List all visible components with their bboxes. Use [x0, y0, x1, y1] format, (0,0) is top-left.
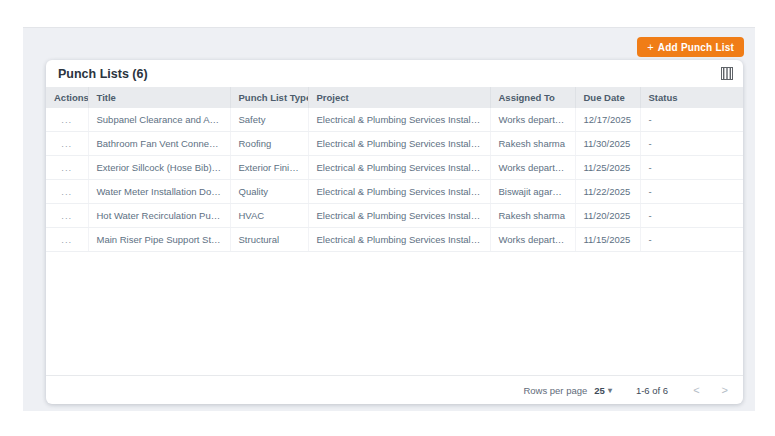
- column-header-punch-list-type: Punch List Type: [230, 87, 308, 108]
- row-punch-list-type: HVAC: [230, 204, 308, 228]
- table-body: ... Subpanel Clearance and Access Safety…: [46, 108, 743, 252]
- row-assigned-to: Works department: [490, 228, 575, 252]
- table-empty-space: [46, 252, 743, 375]
- row-actions-menu[interactable]: ...: [46, 228, 88, 252]
- previous-page-button[interactable]: <: [690, 383, 702, 398]
- row-assigned-to: Works department: [490, 156, 575, 180]
- row-title[interactable]: Hot Water Recirculation Pump N...: [88, 204, 230, 228]
- row-due-date: 11/22/2025: [575, 180, 640, 204]
- column-header-project: Project: [308, 87, 490, 108]
- row-due-date: 11/15/2025: [575, 228, 640, 252]
- column-header-title: Title: [88, 87, 230, 108]
- table-row[interactable]: ... Hot Water Recirculation Pump N... HV…: [46, 204, 743, 228]
- row-project: Electrical & Plumbing Services Installat…: [308, 156, 490, 180]
- row-punch-list-type: Quality: [230, 180, 308, 204]
- row-project: Electrical & Plumbing Services Installat…: [308, 204, 490, 228]
- column-header-status: Status: [640, 87, 743, 108]
- rows-per-page-select[interactable]: 25 ▾: [594, 385, 612, 396]
- punch-lists-card: Punch Lists (6) Actions Title Punch: [46, 60, 743, 404]
- column-header-due-date: Due Date: [575, 87, 640, 108]
- column-settings-button[interactable]: [719, 65, 735, 82]
- row-assigned-to: Rakesh sharma: [490, 204, 575, 228]
- add-punch-list-button[interactable]: + Add Punch List: [637, 37, 744, 57]
- row-status: -: [640, 108, 743, 132]
- view-columns-icon: [721, 67, 733, 80]
- caret-down-icon: ▾: [608, 386, 612, 395]
- row-due-date: 11/25/2025: [575, 156, 640, 180]
- row-status: -: [640, 156, 743, 180]
- pagination-bar: Rows per page 25 ▾ 1-6 of 6 < >: [46, 375, 743, 404]
- punch-lists-table: Actions Title Punch List Type Project As…: [46, 87, 743, 252]
- row-actions-menu[interactable]: ...: [46, 132, 88, 156]
- row-status: -: [640, 204, 743, 228]
- row-title[interactable]: Exterior Sillcock (Hose Bib) Leak: [88, 156, 230, 180]
- row-title[interactable]: Subpanel Clearance and Access: [88, 108, 230, 132]
- row-punch-list-type: Structural: [230, 228, 308, 252]
- row-status: -: [640, 132, 743, 156]
- table-row[interactable]: ... Main Riser Pipe Support Strapping St…: [46, 228, 743, 252]
- plus-icon: +: [647, 42, 654, 53]
- card-header: Punch Lists (6): [46, 60, 743, 87]
- row-assigned-to: Rakesh sharma: [490, 132, 575, 156]
- next-page-button[interactable]: >: [719, 383, 731, 398]
- row-punch-list-type: Safety: [230, 108, 308, 132]
- row-due-date: 12/17/2025: [575, 108, 640, 132]
- row-actions-menu[interactable]: ...: [46, 156, 88, 180]
- row-title[interactable]: Water Meter Installation Docume...: [88, 180, 230, 204]
- pagination-range: 1-6 of 6: [636, 385, 668, 396]
- row-status: -: [640, 228, 743, 252]
- row-project: Electrical & Plumbing Services Installat…: [308, 108, 490, 132]
- row-actions-menu[interactable]: ...: [46, 204, 88, 228]
- rows-per-page-value: 25: [594, 385, 605, 396]
- table-row[interactable]: ... Water Meter Installation Docume... Q…: [46, 180, 743, 204]
- row-project: Electrical & Plumbing Services Installat…: [308, 228, 490, 252]
- row-project: Electrical & Plumbing Services Installat…: [308, 180, 490, 204]
- row-punch-list-type: Roofing: [230, 132, 308, 156]
- page-title: Punch Lists (6): [58, 67, 148, 81]
- table-row[interactable]: ... Bathroom Fan Vent Connection Roofing…: [46, 132, 743, 156]
- row-assigned-to: Biswajit agarwal: [490, 180, 575, 204]
- column-header-actions: Actions: [46, 87, 88, 108]
- table-row[interactable]: ... Subpanel Clearance and Access Safety…: [46, 108, 743, 132]
- column-header-assigned-to: Assigned To: [490, 87, 575, 108]
- row-punch-list-type: Exterior Finishes: [230, 156, 308, 180]
- row-assigned-to: Works department: [490, 108, 575, 132]
- row-title[interactable]: Main Riser Pipe Support Strapping: [88, 228, 230, 252]
- row-due-date: 11/20/2025: [575, 204, 640, 228]
- row-actions-menu[interactable]: ...: [46, 180, 88, 204]
- row-due-date: 11/30/2025: [575, 132, 640, 156]
- row-project: Electrical & Plumbing Services Installat…: [308, 132, 490, 156]
- row-status: -: [640, 180, 743, 204]
- row-actions-menu[interactable]: ...: [46, 108, 88, 132]
- content-panel: + Add Punch List Punch Lists (6): [23, 27, 755, 411]
- row-title[interactable]: Bathroom Fan Vent Connection: [88, 132, 230, 156]
- table-row[interactable]: ... Exterior Sillcock (Hose Bib) Leak Ex…: [46, 156, 743, 180]
- rows-per-page-label: Rows per page: [523, 385, 587, 396]
- table-header-row: Actions Title Punch List Type Project As…: [46, 87, 743, 108]
- add-punch-list-label: Add Punch List: [658, 42, 734, 53]
